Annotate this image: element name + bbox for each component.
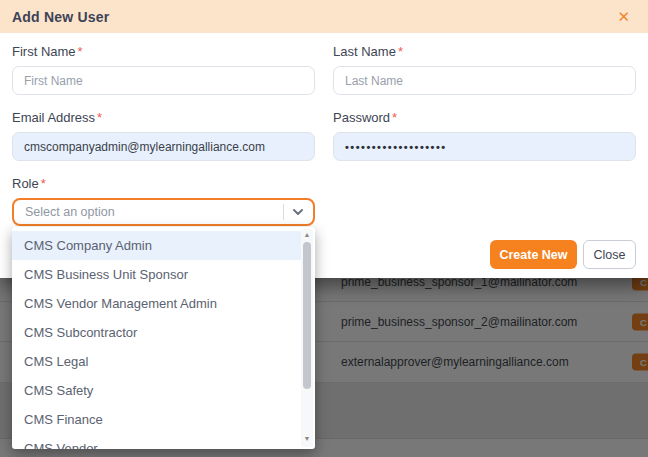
required-mark: * bbox=[41, 176, 46, 191]
first-name-field-group: First Name* bbox=[12, 44, 315, 95]
required-mark: * bbox=[78, 44, 83, 59]
role-label: Role* bbox=[12, 176, 315, 191]
role-option[interactable]: CMS Subcontractor bbox=[12, 318, 301, 347]
required-mark: * bbox=[97, 110, 102, 125]
first-name-input[interactable] bbox=[12, 66, 315, 95]
email-field-group: Email Address* bbox=[12, 110, 315, 161]
scroll-up-icon[interactable]: ▲ bbox=[301, 229, 313, 241]
last-name-field-group: Last Name* bbox=[333, 44, 636, 95]
modal-header: Add New User ✕ bbox=[0, 0, 648, 33]
last-name-label: Last Name* bbox=[333, 44, 636, 59]
role-field-group: Role* Select an option bbox=[12, 176, 315, 226]
screen: prime_business_sponsor_1@mailinator.com … bbox=[0, 0, 648, 457]
select-divider bbox=[283, 204, 284, 220]
role-option[interactable]: CMS Company Admin bbox=[12, 231, 301, 260]
role-option[interactable]: CMS Finance bbox=[12, 405, 301, 434]
scrollbar-thumb[interactable] bbox=[303, 242, 311, 389]
role-select[interactable]: Select an option bbox=[12, 198, 315, 226]
role-dropdown: CMS Company Admin CMS Business Unit Spon… bbox=[12, 227, 315, 449]
password-input[interactable] bbox=[333, 132, 636, 161]
role-option[interactable]: CMS Legal bbox=[12, 347, 301, 376]
role-option[interactable]: CMS Vendor Management Admin bbox=[12, 289, 301, 318]
role-option[interactable]: CMS Safety bbox=[12, 376, 301, 405]
email-label: Email Address* bbox=[12, 110, 315, 125]
role-option[interactable]: CMS Vendor bbox=[12, 434, 301, 449]
role-option[interactable]: CMS Business Unit Sponsor bbox=[12, 260, 301, 289]
role-select-placeholder: Select an option bbox=[25, 205, 115, 219]
scroll-down-icon[interactable]: ▼ bbox=[301, 433, 313, 445]
last-name-input[interactable] bbox=[333, 66, 636, 95]
close-icon[interactable]: ✕ bbox=[613, 7, 634, 26]
create-new-button[interactable]: Create New bbox=[490, 240, 577, 269]
role-options: CMS Company Admin CMS Business Unit Spon… bbox=[12, 227, 315, 449]
chevron-down-icon bbox=[292, 206, 304, 218]
password-field-group: Password* bbox=[333, 110, 636, 161]
modal-title: Add New User bbox=[12, 9, 109, 25]
dropdown-scrollbar[interactable]: ▲ ▼ bbox=[301, 229, 313, 447]
required-mark: * bbox=[392, 110, 397, 125]
close-button[interactable]: Close bbox=[583, 240, 636, 269]
required-mark: * bbox=[398, 44, 403, 59]
email-input[interactable] bbox=[12, 132, 315, 161]
password-label: Password* bbox=[333, 110, 636, 125]
first-name-label: First Name* bbox=[12, 44, 315, 59]
